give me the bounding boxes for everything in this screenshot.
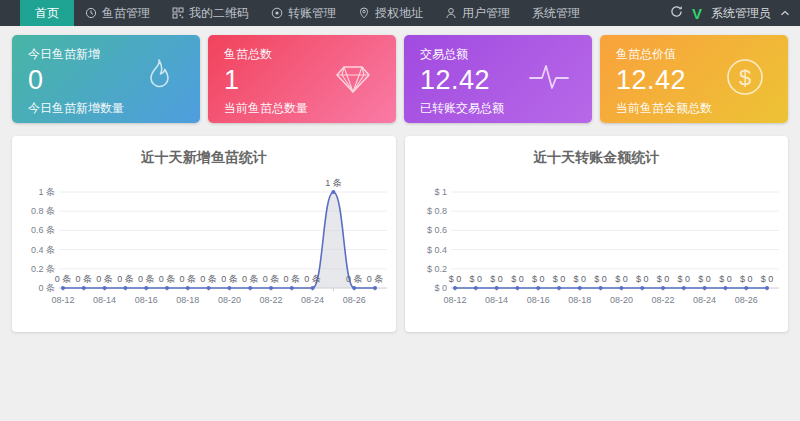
svg-text:0.2 条: 0.2 条 xyxy=(31,264,55,274)
chart-title: 近十天新增鱼苗统计 xyxy=(12,149,396,167)
svg-text:$ 0: $ 0 xyxy=(719,274,732,284)
svg-text:$ 0: $ 0 xyxy=(449,274,462,284)
clock-icon xyxy=(85,7,97,19)
nav-item-label: 用户管理 xyxy=(462,5,510,22)
svg-text:08-18: 08-18 xyxy=(569,295,592,305)
svg-text:$ 0: $ 0 xyxy=(699,274,712,284)
top-nav: 首页 鱼苗管理 我的二维码 转账管理 授权地址 用户管理 系统管理 xyxy=(0,0,800,26)
stat-card-fry-total-value: 鱼苗总价值 12.42 当前鱼苗金额总数 $ xyxy=(600,35,788,123)
nav-item-user-management[interactable]: 用户管理 xyxy=(434,0,521,26)
svg-text:0 条: 0 条 xyxy=(179,274,196,284)
svg-text:$ 0: $ 0 xyxy=(435,283,448,293)
svg-text:$ 0: $ 0 xyxy=(491,274,504,284)
svg-text:0 条: 0 条 xyxy=(138,274,155,284)
current-user-name[interactable]: 系统管理员 xyxy=(711,5,771,22)
svg-text:$ 0: $ 0 xyxy=(553,274,566,284)
svg-text:0 条: 0 条 xyxy=(158,274,175,284)
svg-text:08-14: 08-14 xyxy=(93,295,116,305)
flame-icon xyxy=(136,55,180,103)
nav-item-fry-management[interactable]: 鱼苗管理 xyxy=(74,0,161,26)
svg-text:1 条: 1 条 xyxy=(325,178,342,188)
svg-text:$ 0: $ 0 xyxy=(615,274,628,284)
nav-item-label: 鱼苗管理 xyxy=(102,5,150,22)
svg-text:$ 0: $ 0 xyxy=(511,274,524,284)
stat-cards-row: 今日鱼苗新增 0 今日鱼苗新增数量 鱼苗总数 1 当前鱼苗总数量 交易总额 12… xyxy=(12,35,788,123)
transfer-icon xyxy=(271,7,283,19)
svg-text:08-16: 08-16 xyxy=(134,295,157,305)
svg-text:0 条: 0 条 xyxy=(304,274,321,284)
svg-text:$ 0: $ 0 xyxy=(657,274,670,284)
svg-text:$ 0.4: $ 0.4 xyxy=(427,245,447,255)
svg-text:08-14: 08-14 xyxy=(485,295,508,305)
svg-text:08-18: 08-18 xyxy=(176,295,199,305)
svg-text:08-22: 08-22 xyxy=(652,295,675,305)
brand-logo: V xyxy=(692,6,702,21)
svg-text:0.8 条: 0.8 条 xyxy=(31,206,55,216)
nav-item-label: 我的二维码 xyxy=(189,5,249,22)
svg-text:0.6 条: 0.6 条 xyxy=(31,225,55,235)
svg-text:1 条: 1 条 xyxy=(38,187,55,197)
nav-item-my-qrcode[interactable]: 我的二维码 xyxy=(161,0,260,26)
panel-new-fry-chart: 近十天新增鱼苗统计 0 条0.2 条0.4 条0.6 条0.8 条1 条08-1… xyxy=(12,136,396,332)
refresh-icon[interactable] xyxy=(670,5,683,21)
svg-text:0 条: 0 条 xyxy=(346,274,363,284)
svg-text:08-22: 08-22 xyxy=(259,295,282,305)
svg-text:0 条: 0 条 xyxy=(96,274,113,284)
location-pin-icon xyxy=(358,7,370,19)
pulse-icon xyxy=(526,55,572,103)
nav-right: V 系统管理员 xyxy=(670,0,800,26)
svg-text:$ 0: $ 0 xyxy=(532,274,545,284)
nav-item-auth-address[interactable]: 授权地址 xyxy=(347,0,434,26)
panel-transfer-amount-chart: 近十天转账金额统计 $ 0$ 0.2$ 0.4$ 0.6$ 0.8$ 108-1… xyxy=(405,136,789,332)
svg-text:08-20: 08-20 xyxy=(218,295,241,305)
svg-text:0 条: 0 条 xyxy=(242,274,259,284)
stat-card-transaction-total: 交易总额 12.42 已转账交易总额 xyxy=(404,35,592,123)
svg-text:$ 0: $ 0 xyxy=(636,274,649,284)
nav-item-label: 首页 xyxy=(35,5,59,22)
svg-text:$ 0: $ 0 xyxy=(595,274,608,284)
svg-text:08-24: 08-24 xyxy=(693,295,716,305)
svg-text:$ 0.6: $ 0.6 xyxy=(427,225,447,235)
svg-text:$ 0: $ 0 xyxy=(574,274,587,284)
chart-canvas: 0 条0.2 条0.4 条0.6 条0.8 条1 条08-1208-1408-1… xyxy=(15,170,393,328)
nav-item-home[interactable]: 首页 xyxy=(20,0,74,26)
svg-text:0 条: 0 条 xyxy=(283,274,300,284)
svg-text:0 条: 0 条 xyxy=(221,274,238,284)
svg-text:08-24: 08-24 xyxy=(301,295,324,305)
svg-text:$ 0.2: $ 0.2 xyxy=(427,264,447,274)
chart-title: 近十天转账金额统计 xyxy=(405,149,789,167)
svg-text:0 条: 0 条 xyxy=(366,274,383,284)
svg-text:08-12: 08-12 xyxy=(51,295,74,305)
nav-item-label: 授权地址 xyxy=(375,5,423,22)
stat-card-total-fry: 鱼苗总数 1 当前鱼苗总数量 xyxy=(208,35,396,123)
svg-text:08-12: 08-12 xyxy=(444,295,467,305)
chart-panels-row: 近十天新增鱼苗统计 0 条0.2 条0.4 条0.6 条0.8 条1 条08-1… xyxy=(12,136,788,332)
svg-text:$ 0: $ 0 xyxy=(678,274,691,284)
svg-text:08-26: 08-26 xyxy=(735,295,758,305)
svg-text:$ 1: $ 1 xyxy=(435,187,448,197)
chart-canvas: $ 0$ 0.2$ 0.4$ 0.6$ 0.8$ 108-1208-1408-1… xyxy=(407,170,785,328)
transfer-amount-line-chart: $ 0$ 0.2$ 0.4$ 0.6$ 0.8$ 108-1208-1408-1… xyxy=(405,170,789,328)
new-fry-line-chart: 0 条0.2 条0.4 条0.6 条0.8 条1 条08-1208-1408-1… xyxy=(12,170,396,328)
svg-text:0 条: 0 条 xyxy=(38,283,55,293)
chevron-up-icon[interactable] xyxy=(780,6,790,20)
user-icon xyxy=(445,7,457,19)
qrcode-icon xyxy=(172,7,184,19)
svg-text:0.4 条: 0.4 条 xyxy=(31,245,55,255)
svg-text:$: $ xyxy=(739,65,751,90)
svg-text:0 条: 0 条 xyxy=(200,274,217,284)
svg-text:0 条: 0 条 xyxy=(54,274,71,284)
nav-item-label: 系统管理 xyxy=(532,5,580,22)
nav-item-system-management[interactable]: 系统管理 xyxy=(521,0,591,26)
dollar-icon: $ xyxy=(722,54,768,104)
stat-card-new-fry-today: 今日鱼苗新增 0 今日鱼苗新增数量 xyxy=(12,35,200,123)
svg-text:$ 0: $ 0 xyxy=(740,274,753,284)
svg-text:08-26: 08-26 xyxy=(342,295,365,305)
nav-item-label: 转账管理 xyxy=(288,5,336,22)
svg-text:08-16: 08-16 xyxy=(527,295,550,305)
svg-text:$ 0.8: $ 0.8 xyxy=(427,206,447,216)
svg-text:0 条: 0 条 xyxy=(75,274,92,284)
nav-item-transfer-management[interactable]: 转账管理 xyxy=(260,0,347,26)
gem-icon xyxy=(330,55,376,103)
svg-text:$ 0: $ 0 xyxy=(470,274,483,284)
